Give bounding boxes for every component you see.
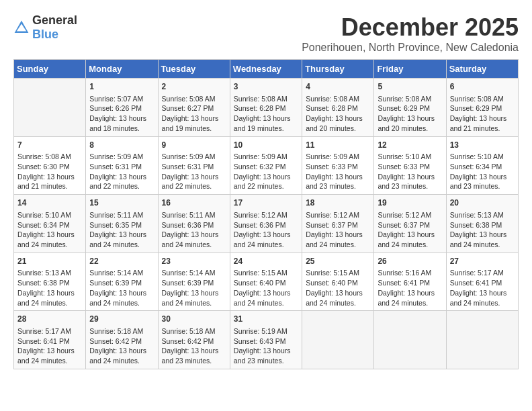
day-cell <box>446 311 518 369</box>
day-number: 9 <box>162 140 226 151</box>
day-info-line: Daylight: 13 hours <box>17 172 82 182</box>
day-info-line: and 21 minutes. <box>450 124 515 134</box>
day-cell: 16Sunrise: 5:11 AMSunset: 6:36 PMDayligh… <box>158 195 230 253</box>
col-header-thursday: Thursday <box>302 60 374 79</box>
day-cell <box>302 311 374 369</box>
day-cell: 23Sunrise: 5:14 AMSunset: 6:39 PMDayligh… <box>158 253 230 311</box>
day-info-line: Sunset: 6:38 PM <box>17 278 82 288</box>
day-info-line: Daylight: 13 hours <box>450 113 515 124</box>
day-info-line: Sunrise: 5:08 AM <box>450 94 515 104</box>
day-cell: 19Sunrise: 5:12 AMSunset: 6:37 PMDayligh… <box>374 195 446 253</box>
day-cell: 12Sunrise: 5:10 AMSunset: 6:33 PMDayligh… <box>374 136 446 195</box>
day-info-line: Sunset: 6:41 PM <box>17 336 82 347</box>
day-number: 3 <box>234 81 298 93</box>
day-number: 5 <box>378 81 442 93</box>
day-number: 10 <box>234 140 298 151</box>
day-info-line: Sunrise: 5:11 AM <box>89 210 154 220</box>
day-info-line: Sunset: 6:34 PM <box>450 162 515 172</box>
day-number: 8 <box>89 140 154 151</box>
day-cell: 3Sunrise: 5:08 AMSunset: 6:28 PMDaylight… <box>230 79 302 137</box>
day-info-line: Sunrise: 5:14 AM <box>89 268 154 278</box>
day-number: 24 <box>234 256 298 267</box>
day-info-line: Sunset: 6:41 PM <box>450 278 515 288</box>
day-info-line: Sunrise: 5:08 AM <box>378 94 442 104</box>
logo-icon <box>13 19 30 36</box>
day-info-line: Daylight: 13 hours <box>450 172 515 182</box>
day-info-line: Sunrise: 5:09 AM <box>162 152 226 162</box>
day-cell: 1Sunrise: 5:07 AMSunset: 6:26 PMDaylight… <box>86 79 158 137</box>
day-info-line: and 24 minutes. <box>162 298 226 308</box>
day-info-line: and 23 minutes. <box>306 181 370 191</box>
day-info-line: and 23 minutes. <box>378 181 442 191</box>
day-info-line: and 24 minutes. <box>17 298 82 308</box>
main-title: December 2025 <box>302 13 519 42</box>
day-number: 6 <box>450 81 515 93</box>
day-info-line: and 24 minutes. <box>234 298 298 308</box>
day-info-line: Sunrise: 5:13 AM <box>17 268 82 278</box>
day-number: 12 <box>378 140 442 151</box>
day-info-line: Daylight: 13 hours <box>17 230 82 240</box>
week-row-5: 28Sunrise: 5:17 AMSunset: 6:41 PMDayligh… <box>14 311 519 369</box>
day-info-line: and 23 minutes. <box>450 181 515 191</box>
day-info-line: Sunset: 6:37 PM <box>378 220 442 230</box>
day-info-line: Sunrise: 5:14 AM <box>162 268 226 278</box>
day-info-line: and 24 minutes. <box>89 240 154 250</box>
day-cell: 14Sunrise: 5:10 AMSunset: 6:34 PMDayligh… <box>14 195 86 253</box>
day-cell: 6Sunrise: 5:08 AMSunset: 6:29 PMDaylight… <box>446 79 518 137</box>
day-info-line: Sunrise: 5:10 AM <box>450 152 515 162</box>
title-area: December 2025 Ponerihouen, North Provinc… <box>302 13 519 54</box>
day-number: 2 <box>162 81 226 93</box>
day-cell: 15Sunrise: 5:11 AMSunset: 6:35 PMDayligh… <box>86 195 158 253</box>
day-info-line: Sunrise: 5:10 AM <box>17 210 82 220</box>
day-number: 19 <box>378 197 442 209</box>
day-info-line: and 23 minutes. <box>162 356 226 366</box>
day-number: 20 <box>450 197 515 209</box>
col-header-wednesday: Wednesday <box>230 60 302 79</box>
day-number: 18 <box>306 197 370 209</box>
day-cell: 7Sunrise: 5:08 AMSunset: 6:30 PMDaylight… <box>14 136 86 195</box>
day-info-line: Sunset: 6:42 PM <box>89 336 154 347</box>
day-info-line: Sunrise: 5:12 AM <box>234 210 298 220</box>
logo: General Blue <box>13 13 77 42</box>
day-info-line: and 24 minutes. <box>306 240 370 250</box>
day-info-line: Daylight: 13 hours <box>234 172 298 182</box>
day-cell: 5Sunrise: 5:08 AMSunset: 6:29 PMDaylight… <box>374 79 446 137</box>
day-info-line: Sunset: 6:36 PM <box>162 220 226 230</box>
header-row: SundayMondayTuesdayWednesdayThursdayFrid… <box>14 60 519 79</box>
day-info-line: Sunrise: 5:13 AM <box>450 210 515 220</box>
col-header-sunday: Sunday <box>14 60 86 79</box>
day-cell: 20Sunrise: 5:13 AMSunset: 6:38 PMDayligh… <box>446 195 518 253</box>
day-info-line: and 24 minutes. <box>162 240 226 250</box>
day-cell: 18Sunrise: 5:12 AMSunset: 6:37 PMDayligh… <box>302 195 374 253</box>
day-info-line: Daylight: 13 hours <box>306 113 370 124</box>
day-cell: 9Sunrise: 5:09 AMSunset: 6:31 PMDaylight… <box>158 136 230 195</box>
day-cell: 26Sunrise: 5:16 AMSunset: 6:41 PMDayligh… <box>374 253 446 311</box>
day-info-line: Sunset: 6:38 PM <box>450 220 515 230</box>
day-info-line: Daylight: 13 hours <box>162 172 226 182</box>
col-header-tuesday: Tuesday <box>158 60 230 79</box>
day-info-line: Sunset: 6:26 PM <box>89 103 154 113</box>
day-info-line: and 20 minutes. <box>378 124 442 134</box>
day-info-line: Sunset: 6:37 PM <box>306 220 370 230</box>
day-info-line: and 24 minutes. <box>450 298 515 308</box>
day-info-line: and 22 minutes. <box>234 181 298 191</box>
day-info-line: and 24 minutes. <box>89 356 154 366</box>
day-info-line: Sunrise: 5:07 AM <box>89 94 154 104</box>
col-header-saturday: Saturday <box>446 60 518 79</box>
day-number: 15 <box>89 197 154 209</box>
day-info-line: Sunrise: 5:16 AM <box>378 268 442 278</box>
day-cell: 30Sunrise: 5:18 AMSunset: 6:42 PMDayligh… <box>158 311 230 369</box>
day-cell: 8Sunrise: 5:09 AMSunset: 6:31 PMDaylight… <box>86 136 158 195</box>
day-info-line: Sunset: 6:35 PM <box>89 220 154 230</box>
day-info-line: and 23 minutes. <box>234 356 298 366</box>
day-cell: 28Sunrise: 5:17 AMSunset: 6:41 PMDayligh… <box>14 311 86 369</box>
day-info-line: and 22 minutes. <box>162 181 226 191</box>
day-info-line: Daylight: 13 hours <box>162 346 226 356</box>
day-info-line: Sunset: 6:39 PM <box>162 278 226 288</box>
day-info-line: Daylight: 13 hours <box>306 230 370 240</box>
day-cell: 13Sunrise: 5:10 AMSunset: 6:34 PMDayligh… <box>446 136 518 195</box>
week-row-3: 14Sunrise: 5:10 AMSunset: 6:34 PMDayligh… <box>14 195 519 253</box>
day-number: 17 <box>234 197 298 209</box>
day-info-line: Sunset: 6:33 PM <box>378 162 442 172</box>
day-info-line: Sunset: 6:39 PM <box>89 278 154 288</box>
